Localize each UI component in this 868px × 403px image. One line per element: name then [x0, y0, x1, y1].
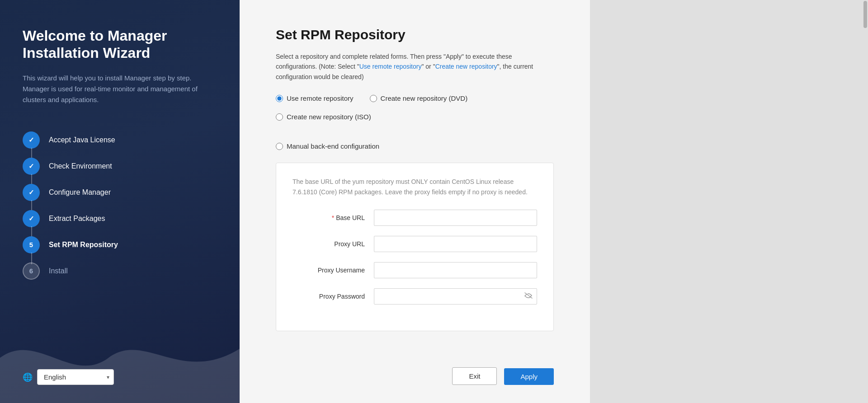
- page-description: Select a repository and complete related…: [276, 52, 554, 82]
- step-circle-3: ✓: [23, 184, 40, 201]
- step-item-5[interactable]: 5 Set RPM Repository: [23, 232, 217, 258]
- radio-create-iso-input[interactable]: [276, 113, 283, 121]
- proxy-username-input[interactable]: [374, 262, 537, 278]
- radio-manual-label: Manual back-end configuration: [287, 142, 379, 150]
- radio-manual[interactable]: Manual back-end configuration: [276, 142, 379, 150]
- step-circle-6: 6: [23, 262, 40, 280]
- step-item-3[interactable]: ✓ Configure Manager: [23, 179, 217, 206]
- radio-create-dvd-label: Create new repository (DVD): [381, 94, 468, 102]
- proxy-url-label: Proxy URL: [292, 240, 365, 248]
- main-content: Set RPM Repository Select a repository a…: [240, 0, 590, 403]
- desc-link-remote: Use remote repository: [359, 63, 422, 70]
- form-card-description: The base URL of the yum repository must …: [292, 177, 537, 197]
- form-row-proxy-url: Proxy URL: [292, 236, 537, 252]
- radio-create-iso[interactable]: Create new repository (ISO): [276, 113, 371, 121]
- sidebar-title: Welcome to Manager Installation Wizard: [23, 27, 217, 62]
- form-row-proxy-username: Proxy Username: [292, 262, 537, 278]
- step-item-2[interactable]: ✓ Check Environment: [23, 153, 217, 179]
- check-icon-4: ✓: [28, 215, 34, 223]
- base-url-label: *Base URL: [292, 214, 365, 221]
- step-label-3: Configure Manager: [49, 188, 111, 197]
- step-label-5: Set RPM Repository: [49, 241, 118, 249]
- proxy-url-input[interactable]: [374, 236, 537, 252]
- base-url-input[interactable]: [374, 210, 537, 226]
- step-label-1: Accept Java License: [49, 136, 115, 144]
- proxy-password-input[interactable]: [374, 288, 537, 305]
- right-panel: [590, 0, 868, 403]
- step-label-4: Extract Packages: [49, 215, 105, 223]
- proxy-password-wrapper: [374, 288, 537, 305]
- required-star: *: [332, 214, 334, 221]
- step-label-6: Install: [49, 267, 68, 275]
- sidebar-description: This wizard will help you to install Man…: [23, 73, 217, 105]
- language-select[interactable]: English Chinese French German Japanese: [37, 369, 114, 385]
- step-circle-4: ✓: [23, 210, 40, 227]
- language-select-wrapper[interactable]: English Chinese French German Japanese ▾: [37, 369, 114, 385]
- desc-link-create: Create new repository: [435, 63, 497, 70]
- proxy-username-label: Proxy Username: [292, 267, 365, 274]
- check-icon-3: ✓: [28, 188, 34, 197]
- radio-use-remote[interactable]: Use remote repository: [276, 94, 354, 102]
- step-number-5: 5: [29, 241, 33, 248]
- radio-create-dvd[interactable]: Create new repository (DVD): [370, 94, 468, 102]
- page-title: Set RPM Repository: [276, 27, 554, 42]
- step-label-2: Check Environment: [49, 162, 112, 170]
- footer-area: Exit Apply: [276, 331, 554, 385]
- check-icon-2: ✓: [28, 162, 34, 170]
- exit-button[interactable]: Exit: [452, 367, 497, 385]
- step-item-1[interactable]: ✓ Accept Java License: [23, 127, 217, 153]
- radio-use-remote-label: Use remote repository: [287, 94, 354, 102]
- language-selector-area: 🌐 English Chinese French German Japanese…: [23, 360, 217, 385]
- radio-use-remote-input[interactable]: [276, 95, 283, 102]
- globe-icon: 🌐: [23, 372, 33, 382]
- proxy-password-label: Proxy Password: [292, 293, 365, 300]
- sidebar: Welcome to Manager Installation Wizard T…: [0, 0, 240, 403]
- step-circle-1: ✓: [23, 131, 40, 149]
- step-number-6: 6: [29, 267, 33, 275]
- eye-slash-icon[interactable]: [524, 292, 533, 300]
- step-circle-5: 5: [23, 236, 40, 253]
- step-item-4[interactable]: ✓ Extract Packages: [23, 206, 217, 232]
- form-row-base-url: *Base URL: [292, 210, 537, 226]
- radio-create-iso-label: Create new repository (ISO): [287, 113, 371, 121]
- scrollbar-thumb[interactable]: [863, 1, 867, 28]
- radio-group: Use remote repository Create new reposit…: [276, 94, 554, 150]
- form-row-proxy-password: Proxy Password: [292, 288, 537, 305]
- step-item-6[interactable]: 6 Install: [23, 258, 217, 284]
- step-circle-2: ✓: [23, 158, 40, 175]
- radio-create-dvd-input[interactable]: [370, 95, 377, 102]
- radio-manual-input[interactable]: [276, 143, 283, 150]
- apply-button[interactable]: Apply: [504, 368, 554, 385]
- check-icon-1: ✓: [28, 136, 34, 144]
- scrollbar-track[interactable]: [863, 0, 868, 403]
- form-card: The base URL of the yum repository must …: [276, 163, 554, 331]
